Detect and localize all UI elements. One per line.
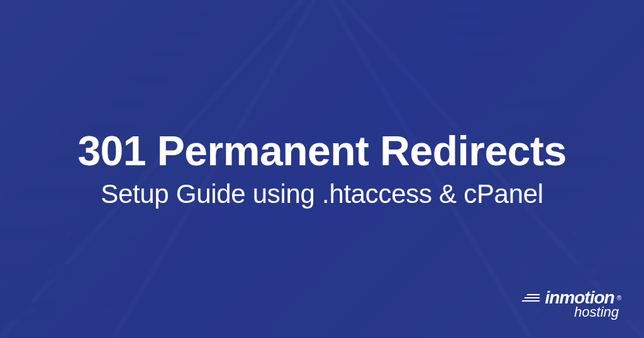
svg-rect-20	[469, 50, 521, 57]
svg-rect-9	[136, 50, 188, 57]
svg-point-28	[129, 230, 135, 236]
svg-point-24	[103, 307, 111, 315]
svg-point-31	[521, 269, 528, 275]
logo-registered-mark: ®	[617, 295, 621, 302]
svg-rect-2	[0, 264, 74, 280]
svg-point-34	[572, 230, 578, 236]
svg-rect-14	[553, 226, 644, 240]
svg-rect-19	[482, 75, 540, 83]
hero-subheading: Setup Guide using .htaccess & cPanel	[77, 178, 566, 210]
svg-point-23	[28, 307, 35, 315]
svg-rect-1	[0, 302, 57, 320]
svg-point-32	[591, 269, 597, 275]
svg-rect-18	[495, 101, 560, 109]
logo-speed-lines-icon	[522, 294, 540, 302]
inmotion-logo: inmotion ® hosting	[522, 288, 621, 320]
svg-rect-11	[171, 13, 210, 18]
svg-rect-10	[153, 31, 199, 37]
svg-rect-7	[84, 101, 149, 109]
hero-heading: 301 Permanent Redirects	[77, 128, 566, 174]
svg-rect-8	[110, 75, 169, 83]
svg-point-27	[66, 230, 72, 236]
svg-rect-21	[457, 31, 502, 37]
svg-point-25	[47, 269, 53, 275]
hero-banner: 301 Permanent Redirects Setup Guide usin…	[0, 0, 644, 338]
svg-point-26	[116, 269, 123, 275]
svg-rect-22	[446, 13, 485, 18]
svg-rect-13	[570, 264, 644, 280]
logo-sub-text: hosting	[574, 304, 619, 320]
svg-point-33	[509, 230, 515, 236]
hero-text-content: 301 Permanent Redirects Setup Guide usin…	[52, 128, 591, 210]
svg-rect-3	[0, 226, 91, 240]
